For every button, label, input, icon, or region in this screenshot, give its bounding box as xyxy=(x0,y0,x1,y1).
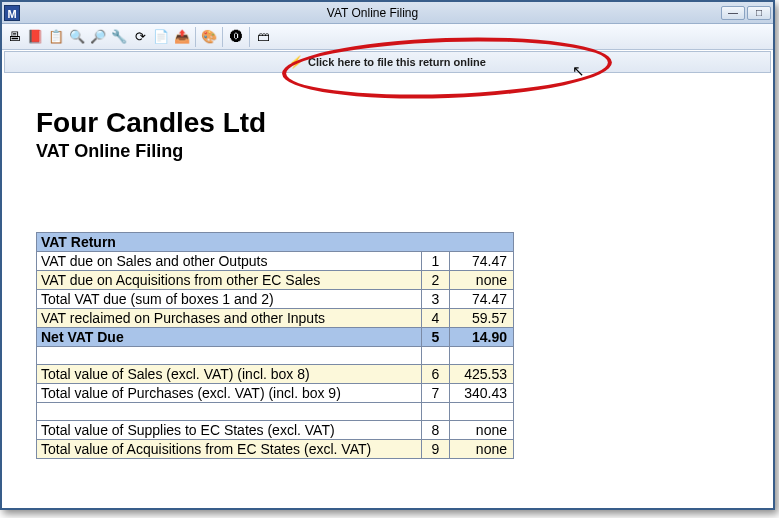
net-vat-row: Net VAT Due 5 14.90 xyxy=(37,328,514,347)
titlebar: M VAT Online Filing — □ xyxy=(2,2,773,24)
minimize-button[interactable]: — xyxy=(721,6,745,20)
row-desc: Total value of Purchases (excl. VAT) (in… xyxy=(37,384,422,403)
row-desc: Total value of Acquisitions from EC Stat… xyxy=(37,440,422,459)
vat-return-table: VAT Return VAT due on Sales and other Ou… xyxy=(36,232,514,459)
row-desc: VAT reclaimed on Purchases and other Inp… xyxy=(37,309,422,328)
table-row: Total value of Purchases (excl. VAT) (in… xyxy=(37,384,514,403)
zoom-out-icon[interactable]: 🔍 xyxy=(67,27,87,47)
toolbar-separator xyxy=(222,27,223,47)
toolbar-separator xyxy=(195,27,196,47)
table-header-label: VAT Return xyxy=(37,233,514,252)
row-box: 3 xyxy=(422,290,450,309)
palette-icon[interactable]: 🎨 xyxy=(199,27,219,47)
table-row: Total value of Acquisitions from EC Stat… xyxy=(37,440,514,459)
row-value: none xyxy=(450,421,514,440)
pdf-icon[interactable]: 📕 xyxy=(25,27,45,47)
table-header: VAT Return xyxy=(37,233,514,252)
toolbar: 🖶📕📋🔍🔎🔧⟳📄📤🎨⓿🗃 xyxy=(2,24,773,50)
row-value: 425.53 xyxy=(450,365,514,384)
row-value: 59.57 xyxy=(450,309,514,328)
row-box: 9 xyxy=(422,440,450,459)
app-window: M VAT Online Filing — □ 🖶📕📋🔍🔎🔧⟳📄📤🎨⓿🗃 ⚡ C… xyxy=(0,0,775,510)
row-value: none xyxy=(450,440,514,459)
row-box: 2 xyxy=(422,271,450,290)
row-desc: Total value of Sales (excl. VAT) (incl. … xyxy=(37,365,422,384)
row-value: none xyxy=(450,271,514,290)
export-icon[interactable]: 📤 xyxy=(172,27,192,47)
zero-icon[interactable]: ⓿ xyxy=(226,27,246,47)
report-content: Four Candles Ltd VAT Online Filing VAT R… xyxy=(2,73,773,459)
company-name: Four Candles Ltd xyxy=(36,107,739,139)
print-icon[interactable]: 🖶 xyxy=(4,27,24,47)
tools-icon[interactable]: 🔧 xyxy=(109,27,129,47)
table-row: Total value of Sales (excl. VAT) (incl. … xyxy=(37,365,514,384)
net-box: 5 xyxy=(422,328,450,347)
row-box: 7 xyxy=(422,384,450,403)
app-icon: M xyxy=(4,5,20,21)
table-row: VAT reclaimed on Purchases and other Inp… xyxy=(37,309,514,328)
file-online-bar[interactable]: ⚡ Click here to file this return online xyxy=(4,51,771,73)
maximize-button[interactable]: □ xyxy=(747,6,771,20)
row-desc: VAT due on Sales and other Outputs xyxy=(37,252,422,271)
clipboard-icon[interactable]: 📋 xyxy=(46,27,66,47)
file-online-label: Click here to file this return online xyxy=(308,56,486,68)
blank-row xyxy=(37,347,514,365)
toolbar-separator xyxy=(249,27,250,47)
report-subtitle: VAT Online Filing xyxy=(36,141,739,162)
table-row: Total VAT due (sum of boxes 1 and 2)374.… xyxy=(37,290,514,309)
row-desc: Total value of Supplies to EC States (ex… xyxy=(37,421,422,440)
zoom-in-icon[interactable]: 🔎 xyxy=(88,27,108,47)
net-desc: Net VAT Due xyxy=(37,328,422,347)
window-buttons: — □ xyxy=(721,6,771,20)
row-box: 6 xyxy=(422,365,450,384)
table-row: VAT due on Sales and other Outputs174.47 xyxy=(37,252,514,271)
table-row: Total value of Supplies to EC States (ex… xyxy=(37,421,514,440)
lightning-icon: ⚡ xyxy=(289,55,304,69)
window-title: VAT Online Filing xyxy=(24,6,721,20)
row-value: 74.47 xyxy=(450,290,514,309)
row-box: 8 xyxy=(422,421,450,440)
row-desc: Total VAT due (sum of boxes 1 and 2) xyxy=(37,290,422,309)
row-value: 340.43 xyxy=(450,384,514,403)
row-box: 1 xyxy=(422,252,450,271)
row-value: 74.47 xyxy=(450,252,514,271)
filter-icon[interactable]: 🗃 xyxy=(253,27,273,47)
row-box: 4 xyxy=(422,309,450,328)
blank-row xyxy=(37,403,514,421)
row-desc: VAT due on Acquisitions from other EC Sa… xyxy=(37,271,422,290)
table-row: VAT due on Acquisitions from other EC Sa… xyxy=(37,271,514,290)
copy-icon[interactable]: 📄 xyxy=(151,27,171,47)
net-val: 14.90 xyxy=(450,328,514,347)
refresh-icon[interactable]: ⟳ xyxy=(130,27,150,47)
